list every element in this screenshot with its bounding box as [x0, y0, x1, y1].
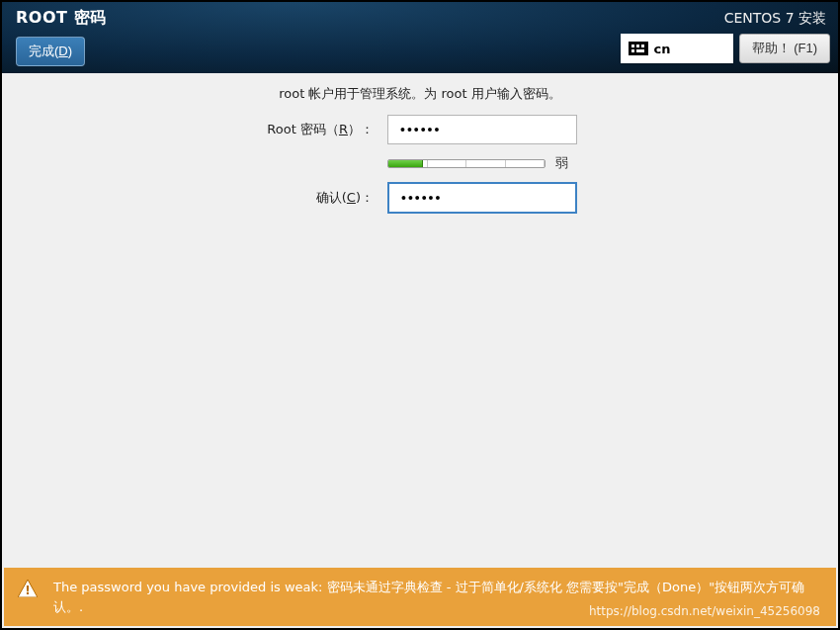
password-strength-meter — [387, 159, 546, 168]
confirm-password-label: 确认(C)： — [2, 189, 387, 207]
password-form: Root 密码（R）： 弱 确认(C)： — [2, 115, 838, 214]
keyboard-layout-indicator[interactable]: cn — [621, 34, 733, 63]
done-key: D — [58, 44, 67, 58]
help-button[interactable]: 帮助！ (F1) — [739, 34, 830, 63]
warning-icon: ! — [18, 580, 38, 597]
confirm-password-input[interactable] — [387, 182, 577, 214]
description-text: root 帐户用于管理系统。为 root 用户输入密码。 — [2, 85, 838, 103]
root-password-input[interactable] — [387, 115, 577, 144]
warning-bar: ! The password you have provided is weak… — [4, 568, 836, 626]
keyboard-icon — [629, 42, 648, 55]
done-label-pre: 完成( — [29, 44, 58, 58]
password-strength-row: 弱 — [387, 154, 585, 172]
svg-text:!: ! — [25, 584, 30, 597]
content-area: root 帐户用于管理系统。为 root 用户输入密码。 Root 密码（R）：… — [2, 73, 838, 214]
done-label-post: ) — [68, 44, 72, 58]
header-bar: ROOT 密码 完成(D) CENTOS 7 安装 cn 帮助！ (F1) — [2, 2, 838, 73]
password-strength-text: 弱 — [555, 154, 568, 172]
page-title: ROOT 密码 — [16, 8, 107, 29]
keyboard-layout-text: cn — [654, 42, 671, 56]
installer-label: CENTOS 7 安装 — [621, 10, 830, 28]
password-strength-fill — [388, 160, 423, 167]
done-button[interactable]: 完成(D) — [16, 37, 85, 66]
watermark-text: https://blog.csdn.net/weixin_45256098 — [589, 602, 820, 620]
root-password-label: Root 密码（R）： — [2, 121, 387, 138]
